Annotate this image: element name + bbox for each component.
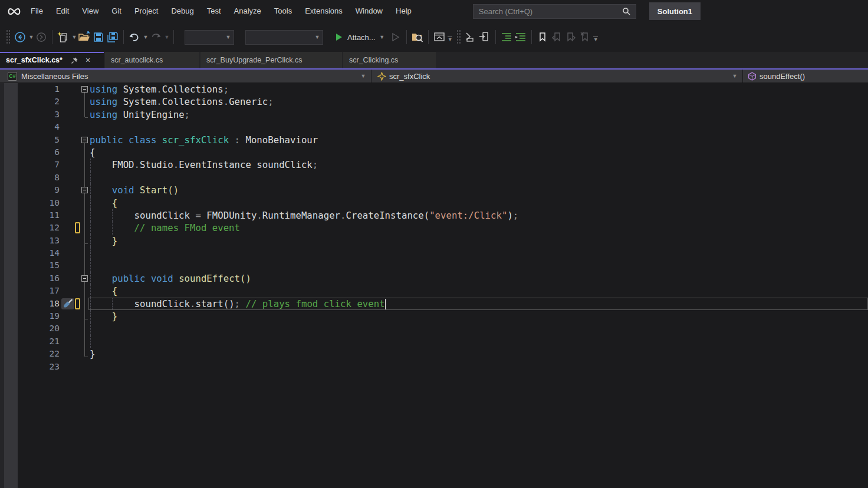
menu-tools[interactable]: Tools [268,0,298,22]
code-editor[interactable]: 1using System.Collections;2using System.… [5,83,868,488]
clear-bookmarks-icon [580,31,590,43]
outline-end-tick [85,243,88,244]
debug-target-combo[interactable]: ▼ [185,30,234,45]
code-line-14[interactable]: 14 [5,247,868,259]
code-line-19[interactable]: 19 } [5,310,868,322]
menu-edit[interactable]: Edit [50,0,75,22]
navigate-back-button[interactable] [13,29,27,45]
code-line-15[interactable]: 15 [5,259,868,272]
code-line-23[interactable]: 23 [5,361,868,373]
toggle-bookmark-button[interactable] [535,29,550,45]
tab-scr-autoclick-cs[interactable]: scr_autoclick.cs [105,52,199,68]
menu-view[interactable]: View [75,0,105,22]
save-all-button[interactable] [106,29,120,45]
previous-bookmark-button[interactable] [550,29,564,45]
code-text: using UnityEngine; [90,108,190,121]
code-line-12[interactable]: 12 // names FMod event [5,222,868,234]
decrease-indent-button[interactable] [499,29,514,45]
close-tab-icon[interactable]: × [86,55,90,65]
menu-analyze[interactable]: Analyze [228,0,268,22]
outline-line [84,298,85,310]
code-line-5[interactable]: 5public class scr_sfxClick : MonoBehavio… [5,134,868,146]
code-line-20[interactable]: 20 [5,322,868,335]
type-dropdown[interactable]: scr_sfxClick ▼ [371,70,743,83]
redo-button[interactable] [149,29,163,45]
pin-icon[interactable] [71,57,78,64]
new-file-button[interactable] [56,29,70,45]
undo-button[interactable] [127,29,142,45]
code-line-3[interactable]: 3using UnityEngine; [5,108,868,121]
increase-indent-button[interactable] [514,29,528,45]
tab-scr-Clicking-cs[interactable]: scr_Clicking.cs [343,52,436,68]
outline-line [84,146,85,159]
attach-button[interactable]: Attach... ▼ [334,32,385,42]
navigate-back-dropdown[interactable]: ▼ [28,34,34,40]
type-dropdown-caret[interactable]: ▼ [732,73,738,79]
code-line-11[interactable]: 11 soundClick = FMODUnity.RuntimeManager… [5,209,868,222]
find-in-files-button[interactable] [410,29,425,45]
code-line-18[interactable]: 18 soundClick.start(); // plays fmod cli… [5,298,868,310]
tab-scr-BuyUpgrade-PerClick-cs[interactable]: scr_BuyUpgrade_PerClick.cs [200,52,342,68]
project-dropdown[interactable]: C# Miscellaneous Files ▼ [0,70,371,83]
menu-window[interactable]: Window [349,0,389,22]
code-text: using System.Collections; [90,83,229,95]
code-line-4[interactable]: 4 [5,121,868,133]
save-button[interactable] [91,29,106,45]
code-line-8[interactable]: 8 [5,172,868,184]
collapse-toggle[interactable] [81,86,88,93]
navigate-forward-button[interactable] [34,29,48,45]
code-line-1[interactable]: 1using System.Collections; [5,83,868,95]
line-number: 19 [5,310,60,322]
next-bookmark-icon [565,31,576,43]
attach-dropdown[interactable]: ▼ [379,34,385,40]
configuration-combo[interactable]: ▼ [245,30,323,45]
undo-dropdown[interactable]: ▼ [143,34,149,40]
menu-git[interactable]: Git [105,0,128,22]
outline-line [84,322,85,335]
solution-badge[interactable]: Solution1 [649,2,701,20]
code-line-22[interactable]: 22} [5,348,868,360]
code-line-10[interactable]: 10 { [5,197,868,209]
new-file-dropdown[interactable]: ▼ [71,34,77,40]
collapse-toggle[interactable] [81,187,88,193]
open-file-icon [78,31,91,43]
search-placeholder: Search (Ctrl+Q) [479,7,532,16]
attach-label: Attach... [347,33,376,42]
code-line-9[interactable]: 9 void Start() [5,184,868,196]
sync-with-active-document-button[interactable] [432,29,446,45]
member-dropdown[interactable]: soundEffect() [743,70,868,83]
code-text: FMOD.Studio.EventInstance soundClick; [90,159,318,171]
toolbar-grip[interactable] [6,29,11,45]
menu-project[interactable]: Project [128,0,165,22]
menu-help[interactable]: Help [389,0,418,22]
code-line-2[interactable]: 2using System.Collections.Generic; [5,95,868,108]
menu-extensions[interactable]: Extensions [298,0,349,22]
code-line-21[interactable]: 21 [5,335,868,348]
menu-test[interactable]: Test [200,0,228,22]
navigate-to-icon [464,31,477,43]
clear-bookmarks-button[interactable] [578,29,592,45]
type-name: scr_sfxClick [389,72,430,81]
menu-file[interactable]: File [24,0,50,22]
open-file-button[interactable] [77,29,91,45]
collapse-toggle[interactable] [81,275,88,282]
toolbar-overflow[interactable]: ▼ [448,37,453,41]
collapse-toggle[interactable] [81,137,88,143]
peek-definition-button[interactable] [478,29,492,45]
start-without-debugging-button[interactable] [389,29,403,45]
tab-scr-sfxClick-cs-[interactable]: scr_sfxClick.cs*× [0,52,104,68]
search-box[interactable]: Search (Ctrl+Q) [473,4,636,19]
code-line-17[interactable]: 17 { [5,285,868,297]
code-line-7[interactable]: 7 FMOD.Studio.EventInstance soundClick; [5,159,868,171]
bookmark-overflow[interactable]: ▼ [593,37,599,41]
next-bookmark-button[interactable] [564,29,578,45]
navigate-to-button[interactable] [463,29,478,45]
code-line-6[interactable]: 6{ [5,146,868,159]
redo-icon [150,31,162,43]
project-dropdown-caret[interactable]: ▼ [360,73,366,79]
quick-actions-icon[interactable] [61,298,74,309]
menu-debug[interactable]: Debug [165,0,200,22]
redo-dropdown[interactable]: ▼ [164,34,170,40]
code-line-16[interactable]: 16 public void soundEffect() [5,272,868,285]
code-line-13[interactable]: 13 } [5,235,868,247]
